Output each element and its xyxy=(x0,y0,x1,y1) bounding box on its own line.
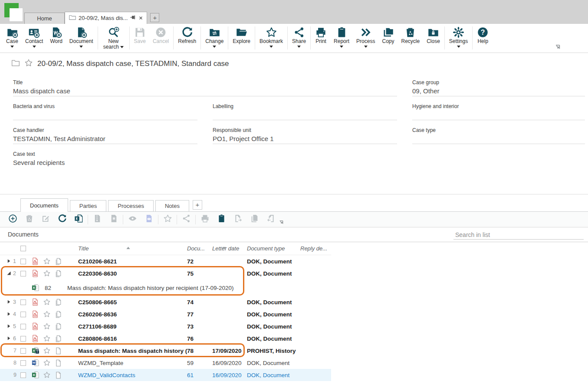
row-checkbox[interactable] xyxy=(20,271,26,276)
add-tab-button[interactable]: + xyxy=(193,200,202,210)
ribbon-refresh-button[interactable]: Refresh xyxy=(174,26,200,44)
tab-notes[interactable]: Notes xyxy=(155,200,189,212)
document-row[interactable]: 9WZMD_ValidContacts6116/09/2020DOK, Docu… xyxy=(0,369,331,381)
document-title[interactable]: C220306-8630 xyxy=(78,270,187,277)
field-value[interactable] xyxy=(412,134,585,144)
ribbon-document-button[interactable]: Document xyxy=(66,26,97,47)
field-value[interactable]: TESTADMIN, Test Administrator xyxy=(13,134,197,144)
favorite-star-icon[interactable] xyxy=(43,270,55,277)
row-checkbox[interactable] xyxy=(20,312,26,317)
ribbon-bookmark-button[interactable]: Bookmark xyxy=(256,26,286,47)
column-letter-date[interactable]: Letter date xyxy=(212,245,247,252)
document-row[interactable]: 5C271106-868973DOK, Document xyxy=(0,320,331,332)
column-reply-deadline[interactable]: Reply de... xyxy=(300,245,331,252)
ribbon-copy-button[interactable]: Copy xyxy=(378,26,397,44)
document-row[interactable]: 3C250806-866574DOK, Document xyxy=(0,296,331,308)
column-document-type[interactable]: Document type xyxy=(247,245,300,252)
ribbon-toolbar: CaseContactWordDocumentNew search SaveCa… xyxy=(0,24,588,53)
favorite-star-icon[interactable] xyxy=(43,310,55,318)
document-row[interactable]: 8WZMD_Template5916/09/2020DOK, Document xyxy=(0,357,331,369)
document-title[interactable]: WZMD_Template xyxy=(78,360,187,366)
expand-row-icon[interactable] xyxy=(7,299,11,306)
document-title[interactable]: C210206-8621 xyxy=(78,258,187,265)
ribbon-settings-button[interactable]: Settings xyxy=(446,26,471,47)
field-value[interactable]: Mass dispatch case xyxy=(13,86,397,96)
document-report-button[interactable] xyxy=(213,214,230,225)
new-tab-button[interactable]: + xyxy=(150,13,159,22)
row-checkbox[interactable] xyxy=(20,372,26,378)
refresh-list-button[interactable] xyxy=(54,214,70,225)
ribbon-word-button[interactable]: Word xyxy=(46,26,66,44)
ribbon-contact-button[interactable]: Contact xyxy=(22,26,46,47)
expand-row-icon[interactable] xyxy=(7,323,11,330)
collapse-row-icon[interactable] xyxy=(7,270,11,277)
document-title[interactable]: C260206-8636 xyxy=(78,311,187,318)
case-favorite-star-icon[interactable] xyxy=(24,59,33,69)
ribbon-explore-button[interactable]: Explore xyxy=(229,26,254,44)
attachment-row[interactable]: 82Mass dispatch: Mass dispatch history p… xyxy=(0,279,331,296)
ribbon-new-search-button[interactable]: New search xyxy=(99,26,128,50)
field-value[interactable]: 09, Other xyxy=(412,86,585,96)
ribbon-change-button[interactable]: Change xyxy=(202,26,227,47)
document-row[interactable]: 2C220306-863075DOK, Document xyxy=(0,267,331,279)
document-title[interactable]: C271106-8689 xyxy=(78,323,187,330)
favorite-star-icon[interactable] xyxy=(43,298,55,306)
tab-parties[interactable]: Parties xyxy=(70,200,106,212)
column-title[interactable]: Title xyxy=(78,245,187,252)
close-tab-icon[interactable] xyxy=(139,15,143,21)
tab-case[interactable]: 20-09/2, Mass dis... xyxy=(65,12,147,24)
favorite-star-icon[interactable] xyxy=(43,347,55,355)
row-checkbox[interactable] xyxy=(20,299,26,305)
sort-ascending-icon[interactable] xyxy=(126,245,130,251)
row-checkbox[interactable] xyxy=(20,259,26,264)
document-title[interactable]: WZMD_ValidContacts xyxy=(78,372,187,378)
ribbon-print-button[interactable]: Print xyxy=(312,26,330,44)
field-value[interactable] xyxy=(412,110,585,120)
select-all-checkbox[interactable] xyxy=(20,246,26,251)
field-title: TitleMass dispatch case xyxy=(13,76,397,96)
field-value[interactable]: PO1, Project Office 1 xyxy=(213,134,397,144)
chevron-down-icon xyxy=(340,45,343,47)
open-in-excel-button[interactable] xyxy=(70,214,87,225)
tab-processes[interactable]: Processes xyxy=(108,200,154,212)
ribbon-case-button[interactable]: Case xyxy=(3,26,22,47)
tab-home[interactable]: Home xyxy=(24,13,65,24)
document-row[interactable]: 1C210206-862172DOK, Document xyxy=(0,255,331,267)
ribbon-share-button[interactable]: Share xyxy=(289,26,309,47)
ribbon-close-button[interactable]: Close xyxy=(423,26,443,44)
favorite-star-icon[interactable] xyxy=(43,371,55,379)
document-row[interactable]: 6C280806-861676DOK, Document xyxy=(0,332,331,345)
document-title[interactable]: Mass dispatch: Mass dispatch history (17… xyxy=(78,348,187,354)
column-document-no[interactable]: Docu... xyxy=(187,245,212,252)
document-title[interactable]: C280806-8616 xyxy=(78,335,187,342)
favorite-star-icon[interactable] xyxy=(43,335,55,342)
pin-icon[interactable] xyxy=(130,14,136,22)
row-checkbox[interactable] xyxy=(20,348,26,354)
ribbon-report-button[interactable]: Report xyxy=(330,26,353,47)
ribbon-recycle-button[interactable]: Recycle xyxy=(397,26,423,44)
favorite-star-icon[interactable] xyxy=(43,257,55,265)
toolbar-dialog-launcher-icon[interactable] xyxy=(279,218,283,226)
ribbon-dialog-launcher-icon[interactable] xyxy=(555,43,560,49)
row-checkbox[interactable] xyxy=(20,324,26,329)
ribbon-process-button[interactable]: Process xyxy=(353,26,378,47)
expand-row-icon[interactable] xyxy=(7,311,11,318)
add-document-button[interactable] xyxy=(4,214,21,225)
tab-documents[interactable]: Documents xyxy=(20,198,68,212)
attachment-title[interactable]: Mass dispatch: Mass dispatch history per… xyxy=(67,285,233,291)
field-value[interactable] xyxy=(213,110,397,120)
expand-row-icon[interactable] xyxy=(7,335,11,342)
row-checkbox[interactable] xyxy=(20,336,26,342)
field-value[interactable] xyxy=(13,110,197,120)
expand-row-icon[interactable] xyxy=(7,258,11,265)
favorite-star-icon[interactable] xyxy=(43,359,55,367)
field-value[interactable]: Several recipients xyxy=(13,158,197,168)
ribbon-help-button[interactable]: ?Help xyxy=(473,26,492,44)
document-title[interactable]: C250806-8665 xyxy=(78,299,187,306)
filter-dropdown-icon[interactable] xyxy=(222,245,226,251)
favorite-star-icon[interactable] xyxy=(43,322,55,330)
row-checkbox[interactable] xyxy=(20,360,26,366)
search-in-list-input[interactable] xyxy=(453,230,584,240)
document-row[interactable]: 7Mass dispatch: Mass dispatch history (1… xyxy=(0,345,331,357)
document-row[interactable]: 4C260206-863677DOK, Document xyxy=(0,308,331,320)
